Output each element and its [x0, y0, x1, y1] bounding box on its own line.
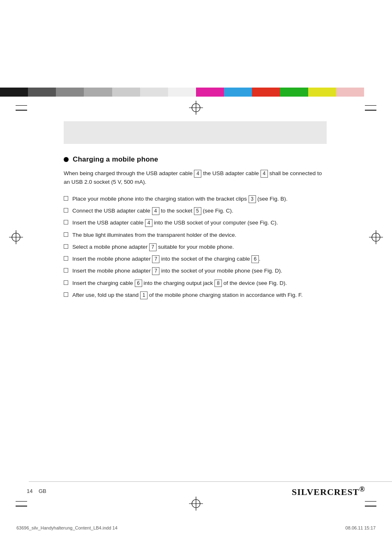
page: Charging a mobile phone When being charg… — [0, 0, 392, 555]
list-item: Select a mobile phone adapter 7 suitable… — [64, 243, 327, 251]
list-text-5: Select a mobile phone adapter 7 suitable… — [72, 243, 327, 251]
list-item: Insert the USB adapter cable 4 into the … — [64, 219, 327, 227]
checkbox-3 — [64, 220, 68, 224]
crosshair-center — [189, 101, 203, 115]
checkbox-2 — [64, 208, 68, 213]
num-box-4b: 4 — [261, 170, 268, 178]
reg-mark-right — [365, 105, 376, 111]
list-item: Place your mobile phone into the chargin… — [64, 195, 327, 203]
left-crosshair — [9, 230, 23, 245]
num-6b: 6 — [135, 280, 142, 287]
checkbox-5 — [64, 244, 68, 249]
tick-bottom-left — [16, 110, 27, 111]
section-bullet — [64, 157, 69, 162]
list-item: Insert the charging cable 6 into the cha… — [64, 279, 327, 287]
footer-page-lang: 14 GB — [27, 488, 46, 494]
tick-bottom-right-2 — [365, 506, 376, 506]
file-name: 63696_silv_Handyhalterung_Content_LB4.in… — [16, 525, 118, 530]
magenta-segment — [196, 88, 224, 97]
list-text-1: Place your mobile phone into the chargin… — [72, 195, 327, 203]
section-title: Charging a mobile phone — [73, 155, 158, 164]
checkbox-9 — [64, 292, 68, 297]
tick-bottom-right — [365, 110, 376, 111]
num-7c: 7 — [152, 267, 159, 275]
tick-top-right — [365, 105, 376, 106]
num-7b: 7 — [152, 255, 159, 263]
mid-gray-segment — [56, 88, 84, 97]
green-segment — [280, 88, 308, 97]
num-4: 4 — [152, 207, 159, 215]
intro-paragraph: When being charged through the USB adapt… — [64, 169, 327, 187]
crosshair-left-icon — [9, 230, 23, 244]
list-item: After use, fold up the stand 1 of the mo… — [64, 291, 327, 299]
color-bar-container — [0, 86, 392, 98]
lighter-gray-segment — [112, 88, 140, 97]
black-segment — [0, 88, 28, 97]
list-text-2: Connect the USB adapter cable 4 to the s… — [72, 207, 327, 215]
crosshair-right-icon — [369, 230, 383, 244]
list-text-3: Insert the USB adapter cable 4 into the … — [72, 219, 327, 227]
bottom-file-info: 63696_silv_Handyhalterung_Content_LB4.in… — [0, 525, 392, 530]
bottom-registration-area — [0, 497, 392, 511]
num-6a: 6 — [251, 255, 259, 263]
instruction-list: Place your mobile phone into the chargin… — [64, 195, 327, 299]
color-bar — [0, 88, 392, 97]
white-segment — [364, 88, 392, 97]
right-crosshair — [369, 230, 383, 245]
num-4b: 4 — [145, 219, 152, 227]
reg-mark-bottom-left — [16, 501, 27, 506]
section-heading: Charging a mobile phone — [64, 155, 327, 164]
num-box-4a: 4 — [194, 170, 201, 178]
gray-decorative-box — [64, 121, 327, 144]
reg-mark-left — [16, 105, 27, 111]
light-pink-segment — [336, 88, 364, 97]
list-text-7: Insert the mobile phone adapter 7 into t… — [72, 267, 327, 275]
num-5: 5 — [194, 207, 201, 215]
list-item: Insert the mobile phone adapter 7 into t… — [64, 255, 327, 263]
red-segment — [252, 88, 280, 97]
footer-divider — [29, 481, 392, 482]
footer-content: 14 GB SILVERCREST® — [0, 485, 392, 497]
checkbox-8 — [64, 280, 68, 285]
near-white-segment — [168, 88, 196, 97]
file-date: 08.06.11 15:17 — [346, 525, 376, 530]
list-text-6: Insert the mobile phone adapter 7 into t… — [72, 255, 327, 263]
tick-bottom-right-1 — [365, 501, 376, 502]
list-text-4: The blue light illuminates from the tran… — [72, 231, 327, 239]
light-gray-segment — [84, 88, 112, 97]
list-item: The blue light illuminates from the tran… — [64, 231, 327, 239]
num-8: 8 — [214, 280, 222, 287]
checkbox-6 — [64, 256, 68, 261]
very-light-gray-segment — [140, 88, 168, 97]
reg-mark-bottom-right — [365, 501, 376, 506]
list-item: Connect the USB adapter cable 4 to the s… — [64, 207, 327, 215]
list-text-9: After use, fold up the stand 1 of the mo… — [72, 291, 327, 299]
page-lang: GB — [39, 488, 46, 494]
cyan-segment — [224, 88, 252, 97]
tick-bottom-left-2 — [16, 506, 27, 506]
dark-gray-segment — [28, 88, 56, 97]
brand-name: SILVERCREST® — [292, 485, 365, 497]
checkbox-4 — [64, 232, 68, 237]
page-number: 14 — [27, 488, 32, 494]
checkbox-1 — [64, 196, 68, 201]
num-1: 1 — [140, 291, 148, 299]
num-3: 3 — [249, 195, 256, 203]
top-registration-area — [0, 101, 392, 115]
num-7a: 7 — [149, 243, 157, 251]
main-content: Charging a mobile phone When being charg… — [64, 121, 327, 308]
list-text-8: Insert the charging cable 6 into the cha… — [72, 279, 327, 287]
yellow-segment — [308, 88, 336, 97]
list-item: Insert the mobile phone adapter 7 into t… — [64, 267, 327, 275]
crosshair-bottom-center — [189, 497, 203, 511]
checkbox-7 — [64, 268, 68, 273]
